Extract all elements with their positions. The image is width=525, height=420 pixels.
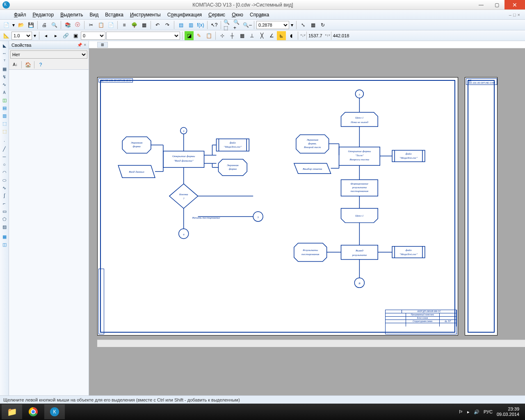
edit-button[interactable]: ✎ xyxy=(194,31,203,40)
minimize-button[interactable]: — xyxy=(473,0,489,9)
undo-button[interactable]: ↶ xyxy=(153,21,162,30)
explorer-taskbar-icon[interactable]: 📁 xyxy=(2,404,22,419)
stylenum-combo[interactable]: 0 xyxy=(81,32,105,40)
chrome-taskbar-icon[interactable] xyxy=(23,404,43,419)
mdi-min-icon[interactable]: – xyxy=(509,12,511,17)
curve-tool[interactable]: ʃ xyxy=(0,192,9,199)
spec-tool[interactable]: ▤ xyxy=(0,104,9,112)
props-close-icon[interactable]: × xyxy=(84,43,86,47)
zoom-window-button[interactable]: 🔍⬚ xyxy=(223,21,232,30)
canvas[interactable]: ДД 900.101.00.00Т.ИЕ.СХМ 3 Экраннаяформа… xyxy=(89,48,525,395)
pin-icon[interactable]: 📌 xyxy=(77,43,82,47)
ellipse-tool[interactable]: ⬭ xyxy=(0,176,9,184)
new-dropdown-icon[interactable]: ▾ xyxy=(11,21,16,30)
hline-tool[interactable]: ─ xyxy=(0,153,9,160)
preview-button[interactable]: 🔍 xyxy=(50,21,59,30)
menu-insert[interactable]: Вставка xyxy=(102,11,127,19)
measure-tool[interactable]: Ａ xyxy=(0,89,9,96)
point-tool[interactable]: · xyxy=(0,137,9,145)
style-next-button[interactable]: ▸ xyxy=(51,31,60,40)
state-button[interactable]: 📋 xyxy=(204,31,213,40)
maximize-button[interactable]: ▢ xyxy=(489,0,504,9)
views2-tool[interactable]: ◫ xyxy=(0,241,9,248)
circle-tool[interactable]: ○ xyxy=(0,161,9,168)
snap-mid-button[interactable]: ┼ xyxy=(228,31,237,40)
snap-perp-button[interactable]: ⊥ xyxy=(247,31,256,40)
stylename-combo[interactable] xyxy=(106,32,180,40)
spline-tool[interactable]: ∿ xyxy=(0,184,9,192)
scale-combo[interactable]: 1.0 xyxy=(11,32,32,40)
pan-button[interactable]: ⤡ xyxy=(299,21,308,30)
props-tree-button[interactable]: 🏠 xyxy=(23,60,32,69)
menu-select[interactable]: Выделить xyxy=(57,11,86,19)
param-tool[interactable]: ∿ xyxy=(0,81,9,88)
round-button[interactable]: ◖ xyxy=(287,31,296,40)
menu-edit[interactable]: Редактор xyxy=(30,11,57,19)
tray-action-icon[interactable]: ▸ xyxy=(467,409,470,415)
menu-view[interactable]: Вид xyxy=(87,11,102,19)
snap-intersect-button[interactable]: ╳ xyxy=(257,31,266,40)
doc-tab[interactable]: ⊞ xyxy=(97,42,108,48)
cut-button[interactable]: ✂ xyxy=(87,21,96,30)
zoom-in-button[interactable]: 🔍+ xyxy=(233,21,242,30)
new-button[interactable]: 📄 xyxy=(2,21,11,30)
vars-button[interactable]: ⓥ xyxy=(73,21,82,30)
ortho-button[interactable]: ⊾ xyxy=(277,31,286,40)
props-sort-button[interactable]: A↓ xyxy=(11,60,20,69)
open-button[interactable]: 📂 xyxy=(16,21,25,30)
geom-tool[interactable]: ◣ xyxy=(0,42,9,49)
snap-end-button[interactable]: ⊹ xyxy=(218,31,227,40)
fit-button[interactable]: ▦ xyxy=(308,21,317,30)
hatch-tool[interactable]: ◫ xyxy=(0,96,9,104)
text-tool[interactable]: ᵀ xyxy=(0,57,9,65)
poly-tool[interactable]: ⬠ xyxy=(0,215,9,223)
copy-button[interactable]: 📋 xyxy=(96,21,105,30)
layer-color-button[interactable]: ◪ xyxy=(185,31,194,40)
style-icon[interactable]: ▣ xyxy=(71,31,80,40)
line-tool[interactable]: ╱ xyxy=(0,145,9,153)
assoc-button[interactable]: 🔗 xyxy=(61,31,70,40)
cursor-button[interactable]: ↖? xyxy=(210,21,219,30)
mdi-max-icon[interactable]: □ xyxy=(513,12,516,17)
report-tool[interactable]: ▥ xyxy=(0,112,9,119)
assoc2-tool[interactable]: ⬚ xyxy=(0,128,9,135)
zoom-combo[interactable]: 0.2878 xyxy=(256,21,289,29)
props-combo[interactable]: Нет xyxy=(10,50,87,59)
props-help-button[interactable]: ? xyxy=(36,60,45,69)
menu-spec[interactable]: Спецификация xyxy=(164,11,205,19)
refresh-button[interactable]: ↻ xyxy=(318,21,327,30)
hatch2-tool[interactable]: ▨ xyxy=(0,223,9,231)
fx-button[interactable]: f(x) xyxy=(196,21,205,30)
menu-window[interactable]: Окно xyxy=(228,11,247,19)
zoom-out-button[interactable]: 🔍– xyxy=(243,21,252,30)
fillet-tool[interactable]: ⌐ xyxy=(0,200,9,207)
angle-button[interactable]: ∠ xyxy=(267,31,276,40)
layers-button[interactable]: ▦ xyxy=(139,21,148,30)
arc-tool[interactable]: ◠ xyxy=(0,169,9,176)
rect-tool[interactable]: ▭ xyxy=(0,208,9,215)
menu-file[interactable]: Файл xyxy=(11,11,30,19)
doc-icon2[interactable]: 📐 xyxy=(2,31,11,40)
views-tool[interactable]: ▦ xyxy=(0,233,9,240)
menu-service[interactable]: Сервис xyxy=(205,11,228,19)
params-button[interactable]: ▥ xyxy=(186,21,195,30)
tray-lang[interactable]: РУС xyxy=(484,409,493,414)
paste-button[interactable]: 📄 xyxy=(106,21,115,30)
tray-sound-icon[interactable]: 🔊 xyxy=(474,409,479,415)
save-button[interactable]: 💾 xyxy=(26,21,35,30)
kompas-taskbar-icon[interactable]: К xyxy=(44,404,65,419)
library-button[interactable]: 📚 xyxy=(63,21,72,30)
spec-button[interactable]: ▤ xyxy=(176,21,185,30)
zoom-dropdown-icon[interactable]: ▾ xyxy=(290,21,294,30)
tray-flag-icon[interactable]: 🏳 xyxy=(459,409,463,414)
style-prev-button[interactable]: ◂ xyxy=(41,31,50,40)
print-button[interactable]: 🖨 xyxy=(40,21,49,30)
snap-grid-button[interactable]: ▦ xyxy=(237,31,247,40)
tree-button[interactable]: 🌳 xyxy=(130,21,139,30)
menu-tools[interactable]: Инструменты xyxy=(127,11,164,19)
tray-clock[interactable]: 23:39 09.03.2014 xyxy=(497,406,519,417)
menu-help[interactable]: Справка xyxy=(247,11,272,19)
edit-tool[interactable]: ↯ xyxy=(0,73,9,80)
mdi-close-icon[interactable]: × xyxy=(518,12,520,17)
grid-tool[interactable]: ▦ xyxy=(0,65,9,73)
